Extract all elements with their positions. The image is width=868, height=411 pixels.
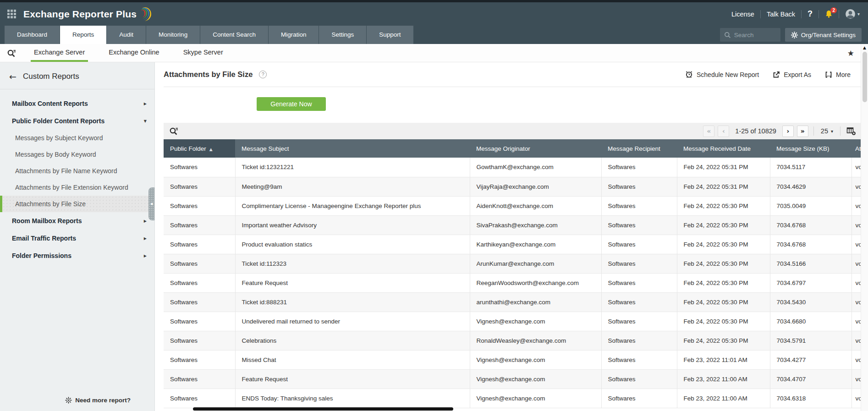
table-row[interactable]: Softwares Missed Chat Vignesh@exchange.c… xyxy=(164,350,861,369)
sidebar-item-messages-by-body-keyword[interactable]: Messages by Body Keyword xyxy=(0,146,154,163)
cell-message-subject: Meeting@9am xyxy=(235,177,470,196)
tab-support[interactable]: Support xyxy=(367,26,413,44)
cell-public-folder: Softwares xyxy=(164,158,235,177)
tab-migration[interactable]: Migration xyxy=(269,26,319,44)
more-button[interactable]: More xyxy=(825,71,851,78)
cell-message-size: 7034.5117 xyxy=(770,158,852,177)
table-row[interactable]: Softwares Undelivered mail returned to s… xyxy=(164,312,861,331)
cell-message-originator: arunthathi@exchange.com xyxy=(470,292,601,312)
global-search[interactable] xyxy=(720,28,780,42)
column-header[interactable]: Message Size (KB) xyxy=(770,139,852,158)
prev-page-button[interactable]: ‹ xyxy=(718,126,729,137)
cell-attachment: vo xyxy=(852,158,861,177)
vertical-scrollbar[interactable]: ▲ xyxy=(861,44,868,411)
sidebar-item-folder-permissions[interactable]: Folder Permissions ▶ xyxy=(0,247,154,264)
table-row[interactable]: Softwares ENDS Today: Thanksgiving sales… xyxy=(164,389,861,408)
next-page-button[interactable]: › xyxy=(782,126,794,137)
cell-message-originator: ArunKumar@exchange.com xyxy=(470,254,601,273)
last-page-button[interactable]: » xyxy=(797,126,808,137)
tab-content-search[interactable]: Content Search xyxy=(200,26,268,44)
org-tenant-settings-button[interactable]: Org/Tenant Settings xyxy=(785,28,862,42)
table-row[interactable]: Softwares Celebrations RonaldWeasley@exc… xyxy=(164,331,861,350)
cell-message-originator: Vignesh@exchange.com xyxy=(470,350,601,369)
help-icon[interactable]: ? xyxy=(808,9,813,19)
sidebar-collapse-handle[interactable]: ◀ xyxy=(148,187,154,220)
cell-message-size: 7034.5430 xyxy=(770,292,852,312)
subnav-tab-skype-server[interactable]: Skype Server xyxy=(180,44,226,62)
tab-dashboard[interactable]: Dashboard xyxy=(5,26,60,44)
advanced-search-icon[interactable] xyxy=(7,44,16,62)
avatar xyxy=(845,9,856,19)
generate-now-button[interactable]: Generate Now xyxy=(257,97,326,111)
apps-grid-icon[interactable] xyxy=(7,10,16,18)
cell-message-received-date: Feb 24, 2022 05:30 PM xyxy=(677,331,770,350)
table-row[interactable]: Softwares Ticket id:888231 arunthathi@ex… xyxy=(164,292,861,312)
column-header[interactable]: At xyxy=(852,139,861,158)
table-row[interactable]: Softwares Important weather Advisory Siv… xyxy=(164,215,861,235)
cell-attachment: vo xyxy=(852,196,861,215)
license-link[interactable]: License xyxy=(731,11,754,18)
subnav-tab-exchange-server[interactable]: Exchange Server xyxy=(31,44,88,62)
cell-public-folder: Softwares xyxy=(164,312,235,331)
sidebar-item-public-folder-content-reports[interactable]: Public Folder Content Reports ▼ xyxy=(0,112,154,130)
column-header[interactable]: Message Recipient xyxy=(601,139,677,158)
column-header[interactable]: Public Folder▲ xyxy=(164,139,235,158)
table-row[interactable]: Softwares Complimentary License - Manage… xyxy=(164,196,861,215)
schedule-new-report-button[interactable]: Schedule New Report xyxy=(685,71,759,78)
cell-attachment: vo xyxy=(852,215,861,235)
report-help-icon[interactable]: ? xyxy=(259,71,267,78)
page-size-select[interactable]: 25 ▾ xyxy=(819,127,835,135)
export-as-button[interactable]: Export As xyxy=(773,71,811,78)
sidebar-item-attachments-by-file-size[interactable]: Attachments by File Size xyxy=(0,196,154,212)
sidebar-title: Custom Reports xyxy=(23,72,79,81)
sidebar-item-attachments-by-file-extension-keyword[interactable]: Attachments by File Extension Keyword xyxy=(0,179,154,196)
table-row[interactable]: Softwares Ticket id:112323 ArunKumar@exc… xyxy=(164,254,861,273)
sidebar-item-email-traffic-reports[interactable]: Email Traffic Reports ▶ xyxy=(0,230,154,247)
tab-audit[interactable]: Audit xyxy=(107,26,146,44)
search-input[interactable] xyxy=(734,32,775,38)
user-menu[interactable]: ▾ xyxy=(845,9,860,19)
scroll-up-arrow-icon[interactable]: ▲ xyxy=(863,45,866,50)
favorites-star-icon[interactable]: ★ xyxy=(847,49,854,58)
sidebar-item-attachments-by-file-name-keyword[interactable]: Attachments by File Name Keyword xyxy=(0,163,154,179)
pagination: « ‹ 1-25 of 10829 › » 25 ▾ xyxy=(703,126,856,137)
cell-message-received-date: Feb 24, 2022 05:31 PM xyxy=(677,158,770,177)
table-search-icon[interactable] xyxy=(169,126,178,136)
tab-reports[interactable]: Reports xyxy=(60,26,106,44)
notification-bell-icon[interactable]: 2 xyxy=(825,10,833,18)
table-row[interactable]: Softwares Product evaluation statics Kar… xyxy=(164,235,861,254)
scrollbar-thumb[interactable] xyxy=(863,52,867,102)
table-row[interactable]: Softwares Meeting@9am VijayRaja@exchange… xyxy=(164,177,861,196)
table-row[interactable]: Softwares Feature Request Vignesh@exchan… xyxy=(164,369,861,389)
add-column-icon[interactable] xyxy=(846,126,856,136)
report-actions: Schedule New Report Export As xyxy=(685,71,851,78)
need-more-report-link[interactable]: Need more report? xyxy=(65,397,131,404)
cell-public-folder: Softwares xyxy=(164,235,235,254)
sidebar-item-room-mailbox-reports[interactable]: Room Mailbox Reports ▶ xyxy=(0,212,154,230)
org-tenant-settings-label: Org/Tenant Settings xyxy=(801,32,856,38)
back-arrow-icon[interactable]: ← xyxy=(9,71,16,82)
cell-message-received-date: Feb 24, 2022 05:30 PM xyxy=(677,273,770,292)
top-header-bar: Exchange Reporter Plus License Talk Back… xyxy=(0,2,868,26)
cell-message-size: 7035.0049 xyxy=(770,196,852,215)
cell-message-size: 7034.4277 xyxy=(770,350,852,369)
column-header[interactable]: Message Received Date xyxy=(677,139,770,158)
column-header[interactable]: Message Originator xyxy=(470,139,601,158)
horizontal-scrollbar[interactable] xyxy=(193,407,453,411)
cell-public-folder: Softwares xyxy=(164,215,235,235)
cell-attachment: vo xyxy=(852,292,861,312)
cell-message-received-date: Feb 24, 2022 05:30 PM xyxy=(677,292,770,312)
cell-message-size: 7034.6768 xyxy=(770,215,852,235)
subnav-tab-exchange-online[interactable]: Exchange Online xyxy=(105,44,162,62)
first-page-button[interactable]: « xyxy=(703,126,714,137)
sidebar-item-messages-by-subject-keyword[interactable]: Messages by Subject Keyword xyxy=(0,130,154,146)
talk-back-link[interactable]: Talk Back xyxy=(767,11,795,18)
tab-monitoring[interactable]: Monitoring xyxy=(146,26,200,44)
column-header[interactable]: Message Subject xyxy=(235,139,470,158)
separator xyxy=(813,126,814,136)
sidebar-item-mailbox-content-reports[interactable]: Mailbox Content Reports ▶ xyxy=(0,95,154,112)
tab-settings[interactable]: Settings xyxy=(319,26,366,44)
table-row[interactable]: Softwares Feature Request ReeganWoodswor… xyxy=(164,273,861,292)
table-row[interactable]: Softwares Ticket id:12321221 GowthamK@ex… xyxy=(164,158,861,177)
cell-message-subject: Feature Request xyxy=(235,273,470,292)
